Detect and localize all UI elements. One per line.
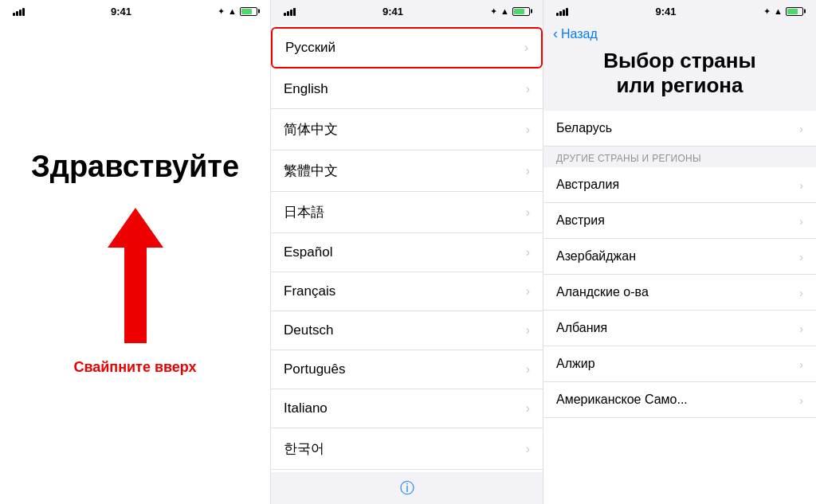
status-icons-2: ✦ ▲ [490, 6, 530, 17]
language-item-french[interactable]: Français › [271, 272, 543, 311]
battery-icon-2 [512, 7, 530, 16]
country-item-belarus[interactable]: Беларусь › [543, 111, 816, 147]
status-bar-1: 9:41 ✦ ▲ [0, 0, 270, 22]
language-item-english[interactable]: English › [271, 70, 543, 109]
chevron-icon: › [526, 442, 530, 456]
wifi-icon-2: ▲ [500, 6, 509, 16]
back-navigation[interactable]: ‹ Назад [543, 22, 816, 49]
chevron-icon: › [524, 41, 528, 55]
chevron-icon: › [526, 284, 530, 299]
language-item-korean[interactable]: 한국어 › [271, 428, 543, 470]
chevron-icon: › [526, 205, 530, 220]
back-chevron-icon: ‹ [553, 25, 558, 42]
country-item-australia[interactable]: Австралия › [543, 167, 816, 203]
language-item-russian[interactable]: Русский › [271, 27, 543, 68]
arrow-up-icon [108, 208, 163, 248]
chevron-icon: › [526, 123, 530, 137]
country-item-algeria[interactable]: Алжир › [543, 346, 816, 382]
chevron-icon: › [799, 393, 803, 407]
chevron-icon: › [526, 362, 530, 377]
signal-icon [13, 6, 25, 16]
language-item-tchinese[interactable]: 繁體中文 › [271, 150, 543, 192]
welcome-heading: Здравствуйте [31, 150, 239, 184]
welcome-screen: 9:41 ✦ ▲ Здравствуйте Свайпните вверх [0, 0, 271, 504]
time-3: 9:41 [656, 6, 677, 18]
time-2: 9:41 [382, 6, 403, 18]
time-1: 9:41 [111, 6, 131, 18]
bluetooth-icon-3: ✦ [763, 6, 771, 17]
country-selection-screen: 9:41 ✦ ▲ ‹ Назад Выбор страныили региона… [543, 0, 816, 504]
language-selection-screen: 9:41 ✦ ▲ Русский › English › 简体中文 › 繁體中文… [271, 0, 543, 504]
country-item-albania[interactable]: Албания › [543, 311, 816, 346]
info-icon[interactable]: ⓘ [271, 472, 543, 504]
language-item-german[interactable]: Deutsch › [271, 311, 543, 350]
country-item-aland[interactable]: Аландские о-ва › [543, 275, 816, 311]
arrow-body [124, 248, 147, 343]
signal-icon-3 [556, 6, 568, 16]
country-item-azerbaijan[interactable]: Азербайджан › [543, 239, 816, 275]
language-item-portuguese[interactable]: Português › [271, 350, 543, 389]
wifi-icon: ▲ [228, 6, 237, 16]
chevron-icon: › [799, 250, 803, 264]
language-item-schinese[interactable]: 简体中文 › [271, 109, 543, 150]
country-item-austria[interactable]: Австрия › [543, 203, 816, 239]
status-bar-3: 9:41 ✦ ▲ [543, 0, 816, 22]
language-item-spanish[interactable]: Español › [271, 233, 543, 272]
chevron-icon: › [799, 122, 803, 135]
country-list: Беларусь › ДРУГИЕ СТРАНЫ И РЕГИОНЫ Австр… [543, 111, 816, 504]
language-item-italian[interactable]: Italiano › [271, 389, 543, 428]
status-icons-3: ✦ ▲ [763, 6, 803, 17]
section-header-other: ДРУГИЕ СТРАНЫ И РЕГИОНЫ [543, 147, 816, 167]
swipe-instruction: Свайпните вверх [73, 359, 196, 376]
language-list: Русский › English › 简体中文 › 繁體中文 › 日本語 › … [271, 25, 543, 472]
status-icons-1: ✦ ▲ [218, 6, 257, 17]
battery-icon-3 [786, 7, 803, 16]
wifi-icon-3: ▲ [774, 6, 783, 16]
language-item-japanese[interactable]: 日本語 › [271, 192, 543, 233]
chevron-icon: › [526, 245, 530, 260]
chevron-icon: › [799, 214, 803, 228]
chevron-icon: › [799, 322, 803, 335]
bluetooth-icon-2: ✦ [490, 6, 497, 17]
country-item-american-samoa[interactable]: Американское Само... › [543, 382, 816, 418]
welcome-content: Здравствуйте Свайпните вверх [0, 22, 270, 504]
bluetooth-icon: ✦ [218, 6, 225, 17]
chevron-icon: › [526, 164, 530, 178]
country-selection-title: Выбор страныили региона [543, 49, 816, 111]
status-bar-2: 9:41 ✦ ▲ [271, 0, 543, 22]
chevron-icon: › [526, 401, 530, 416]
chevron-icon: › [799, 286, 803, 299]
chevron-icon: › [799, 357, 803, 371]
chevron-icon: › [526, 82, 530, 96]
signal-icon-2 [284, 6, 296, 16]
chevron-icon: › [526, 323, 530, 338]
battery-icon [240, 7, 257, 16]
chevron-icon: › [799, 178, 803, 192]
back-label: Назад [561, 27, 598, 41]
